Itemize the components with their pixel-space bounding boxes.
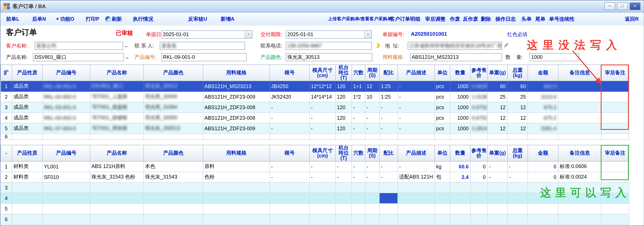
cell[interactable]: 4 xyxy=(0,113,12,123)
cell[interactable]: 120 xyxy=(336,113,352,123)
cell[interactable]: 3 xyxy=(0,182,12,193)
cell[interactable] xyxy=(352,182,365,193)
column-header[interactable]: 单重(g) xyxy=(488,145,508,161)
order-detail-button[interactable]: 客户订单明细 xyxy=(390,16,420,23)
cell[interactable] xyxy=(90,214,144,225)
cell[interactable] xyxy=(12,214,42,225)
cell[interactable] xyxy=(601,214,629,225)
contact-field[interactable]: 某某某 xyxy=(160,42,245,50)
cell[interactable] xyxy=(398,134,435,140)
column-header[interactable]: 产品颜色 xyxy=(144,65,203,81)
cell[interactable] xyxy=(470,134,488,140)
column-header[interactable]: 备注信息 xyxy=(558,65,601,81)
cell[interactable] xyxy=(336,193,352,204)
cell[interactable] xyxy=(601,172,629,182)
cell[interactable] xyxy=(508,204,528,214)
cell[interactable] xyxy=(601,204,629,214)
cell[interactable]: 珠光灰_31543 xyxy=(144,172,203,182)
cell[interactable]: - xyxy=(310,102,336,113)
cell[interactable]: - xyxy=(310,161,336,172)
deliver-date-field[interactable]: 2025-01-01 ▼ xyxy=(286,30,372,39)
cell[interactable]: - xyxy=(352,102,365,113)
cell[interactable] xyxy=(450,225,470,226)
cell[interactable] xyxy=(144,182,203,193)
cell[interactable] xyxy=(528,214,558,225)
cell[interactable] xyxy=(310,193,336,204)
cell[interactable]: 120 xyxy=(336,92,352,102)
cell[interactable] xyxy=(336,214,352,225)
cell[interactable]: pcs xyxy=(435,81,450,92)
cell[interactable] xyxy=(380,225,398,226)
cell[interactable] xyxy=(380,134,398,140)
next-doc-button[interactable]: 后单N xyxy=(32,16,46,23)
cell[interactable]: 适配ABS 121H xyxy=(398,172,435,182)
cell[interactable] xyxy=(270,182,310,193)
cell[interactable]: ABS 121H原料 xyxy=(90,161,144,172)
print-button[interactable]: 打印P xyxy=(86,16,99,23)
cell[interactable] xyxy=(508,193,528,204)
cell[interactable] xyxy=(365,182,380,193)
cell[interactable]: 1+1 xyxy=(352,81,365,92)
cell[interactable] xyxy=(144,204,203,214)
cell[interactable] xyxy=(488,225,508,226)
cell[interactable]: pcs xyxy=(435,123,450,134)
cell[interactable]: 0.9620 xyxy=(470,81,488,92)
cell[interactable] xyxy=(558,204,601,214)
cell[interactable] xyxy=(601,161,629,172)
column-header[interactable]: - xyxy=(0,145,12,161)
cell[interactable]: 成品类 xyxy=(12,92,42,102)
column-header[interactable]: 模具尺寸(cm) xyxy=(310,145,336,161)
cell[interactable] xyxy=(12,182,42,193)
cell[interactable]: 7ET001_滑块模 xyxy=(90,123,144,134)
edit-pencil-icon[interactable] xyxy=(504,43,509,48)
product-color-field[interactable]: 珠光灰_30513 xyxy=(286,53,372,61)
cell[interactable]: - xyxy=(398,161,435,172)
cell[interactable]: 0 xyxy=(528,172,558,182)
cell[interactable] xyxy=(398,193,435,204)
cell[interactable]: 1000 xyxy=(450,81,470,92)
cell[interactable] xyxy=(352,225,365,226)
cell[interactable]: SF010 xyxy=(42,172,90,182)
minimize-button[interactable]: ─ xyxy=(604,2,615,10)
cell[interactable] xyxy=(365,214,380,225)
cell[interactable] xyxy=(12,225,42,226)
cell[interactable]: ABS121H_ZDF23-008 xyxy=(203,113,270,123)
cell[interactable]: 12 xyxy=(365,81,380,92)
cell[interactable]: 包 xyxy=(435,172,450,182)
cell[interactable]: - xyxy=(380,113,398,123)
cell[interactable]: 60 xyxy=(488,81,508,92)
cell[interactable]: - xyxy=(365,172,380,182)
tail-doc-button[interactable]: 尾单 xyxy=(535,16,546,23)
cell[interactable] xyxy=(42,182,90,193)
cell[interactable] xyxy=(398,225,435,226)
cell[interactable]: 1 xyxy=(0,81,12,92)
back-button[interactable]: 返回R xyxy=(625,16,639,23)
cell[interactable] xyxy=(380,182,398,193)
cell[interactable]: 成品类 xyxy=(12,102,42,113)
cell[interactable]: 1 xyxy=(0,161,12,172)
cell[interactable] xyxy=(90,204,144,214)
cell[interactable]: 亮光黑_32000 xyxy=(144,113,203,123)
cell[interactable]: 14*14*14 xyxy=(310,92,336,102)
cell[interactable]: 亮光黑_32000 xyxy=(144,92,203,102)
cell[interactable] xyxy=(42,204,90,214)
cell[interactable] xyxy=(470,204,488,214)
cell[interactable]: 10 xyxy=(365,92,380,102)
cell[interactable] xyxy=(12,204,42,214)
cell[interactable]: RKL-03-001-0 xyxy=(42,102,90,113)
cell[interactable] xyxy=(398,204,435,214)
cell[interactable] xyxy=(352,193,365,204)
cell[interactable]: pcs xyxy=(435,102,450,113)
cell[interactable]: 1:25 xyxy=(380,81,398,92)
cell[interactable] xyxy=(435,193,450,204)
cell[interactable] xyxy=(488,204,508,214)
cell[interactable]: - xyxy=(310,113,336,123)
cell[interactable] xyxy=(508,134,528,140)
cell[interactable] xyxy=(528,225,558,226)
cell[interactable]: - xyxy=(380,123,398,134)
cell[interactable] xyxy=(601,113,629,123)
cell[interactable] xyxy=(435,225,450,226)
cell[interactable]: 60 xyxy=(508,81,528,92)
cell[interactable]: 675.2 xyxy=(528,113,558,123)
address-field[interactable]: 江苏省苏州市常熟经济开发区19号1F厂房 xyxy=(408,42,502,50)
